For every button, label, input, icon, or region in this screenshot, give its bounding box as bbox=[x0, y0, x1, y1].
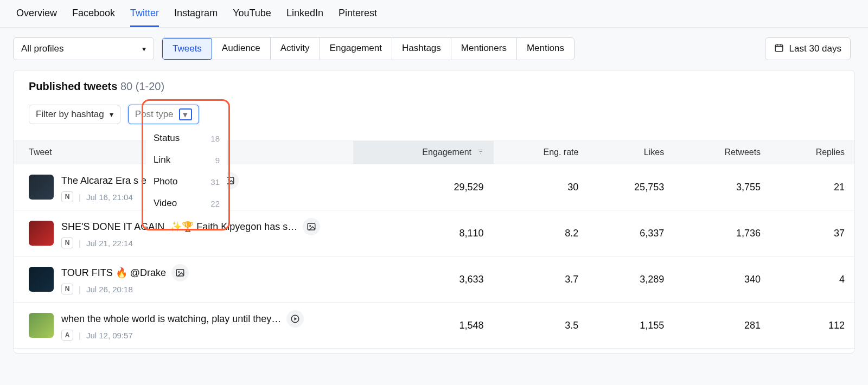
date-range-label: Last 30 days bbox=[789, 43, 841, 54]
subtab-hashtags[interactable]: Hashtags bbox=[392, 38, 451, 60]
option-count: 31 bbox=[210, 177, 220, 187]
svg-rect-1 bbox=[478, 150, 483, 150]
play-icon bbox=[286, 310, 304, 328]
tweet-date: Jul 21, 22:14 bbox=[86, 239, 133, 248]
table-row[interactable]: SHE'S DONE IT AGAIN. ✨🏆 Faith Kipyegon h… bbox=[14, 210, 854, 256]
panel-title: Published tweets bbox=[29, 80, 117, 92]
tweet-date: Jul 16, 21:04 bbox=[86, 193, 133, 202]
tab-linkedin[interactable]: LinkedIn bbox=[286, 8, 323, 27]
image-icon bbox=[303, 218, 320, 235]
cell-eng-rate: 3.7 bbox=[494, 256, 589, 303]
image-icon bbox=[171, 264, 189, 281]
filter-hashtag-label: Filter by hashtag bbox=[36, 109, 104, 120]
calendar-icon bbox=[774, 43, 784, 55]
option-video[interactable]: Video 22 bbox=[146, 193, 227, 214]
subtab-engagement[interactable]: Engagement bbox=[320, 38, 392, 60]
subtab-audience[interactable]: Audience bbox=[212, 38, 271, 60]
post-type-dropdown: Status 18 Link 9 Photo 31 Video 22 bbox=[146, 127, 227, 214]
separator: | bbox=[79, 193, 81, 202]
tweet-date: Jul 26, 20:18 bbox=[86, 285, 133, 294]
platform-tabs: Overview Facebook Twitter Instagram YouT… bbox=[0, 0, 868, 28]
svg-rect-0 bbox=[775, 44, 783, 51]
option-label: Status bbox=[154, 133, 180, 144]
cell-replies: 21 bbox=[770, 164, 854, 210]
panel-header: Published tweets 80 (1-20) bbox=[14, 70, 854, 101]
option-count: 22 bbox=[210, 199, 220, 208]
tab-overview[interactable]: Overview bbox=[16, 8, 57, 27]
tweet-text: when the whole world is watching, play u… bbox=[61, 313, 281, 325]
option-label: Link bbox=[154, 155, 170, 165]
tab-facebook[interactable]: Facebook bbox=[72, 8, 115, 27]
cell-eng-rate: 30 bbox=[494, 164, 589, 210]
subtab-activity[interactable]: Activity bbox=[271, 38, 320, 60]
subtab-mentions[interactable]: Mentions bbox=[517, 38, 574, 60]
option-photo[interactable]: Photo 31 bbox=[146, 171, 227, 193]
cell-engagement: 29,529 bbox=[353, 164, 494, 210]
cell-retweets: 1,736 bbox=[674, 210, 770, 256]
sort-desc-icon bbox=[477, 147, 484, 157]
chevron-down-icon: ▾ bbox=[110, 110, 113, 119]
cell-retweets: 281 bbox=[674, 303, 770, 349]
cell-likes: 25,753 bbox=[588, 164, 674, 210]
tweet-thumbnail bbox=[29, 221, 54, 246]
option-label: Photo bbox=[154, 176, 177, 187]
filter-post-type-label: Post type bbox=[135, 109, 174, 120]
svg-rect-3 bbox=[480, 153, 481, 153]
table-row[interactable]: when the whole world is watching, play u… bbox=[14, 303, 854, 349]
filters-row: Filter by hashtag ▾ Post type ▾ Status 1… bbox=[14, 101, 854, 140]
date-range-select[interactable]: Last 30 days bbox=[765, 37, 851, 60]
tweet-text: TOUR FITS 🔥 @Drake bbox=[61, 267, 166, 279]
profile-badge: N bbox=[61, 284, 73, 294]
cell-eng-rate: 8.2 bbox=[494, 210, 589, 256]
col-engagement[interactable]: Engagement bbox=[353, 141, 494, 164]
cell-engagement: 8,110 bbox=[353, 210, 494, 256]
option-link[interactable]: Link 9 bbox=[146, 149, 227, 171]
cell-likes: 1,155 bbox=[588, 303, 674, 349]
cell-engagement: 1,548 bbox=[353, 303, 494, 349]
table-row[interactable]: The Alcaraz Era s e in which age … N | J… bbox=[14, 164, 854, 210]
tweets-panel: Published tweets 80 (1-20) Filter by has… bbox=[13, 70, 855, 354]
svg-rect-2 bbox=[479, 151, 482, 152]
cell-replies: 4 bbox=[770, 256, 854, 303]
cell-eng-rate: 3.5 bbox=[494, 303, 589, 349]
separator: | bbox=[79, 239, 81, 248]
toolbar: All profiles ▾ Tweets Audience Activity … bbox=[0, 28, 868, 70]
tab-youtube[interactable]: YouTube bbox=[233, 8, 271, 27]
cell-engagement: 3,633 bbox=[353, 256, 494, 303]
option-status[interactable]: Status 18 bbox=[146, 127, 227, 149]
tweet-date: Jul 12, 09:57 bbox=[86, 331, 133, 340]
col-eng-rate[interactable]: Eng. rate bbox=[494, 141, 589, 164]
profile-badge: N bbox=[61, 191, 73, 202]
option-count: 9 bbox=[215, 156, 220, 165]
tab-instagram[interactable]: Instagram bbox=[174, 8, 218, 27]
col-replies[interactable]: Replies bbox=[770, 141, 854, 164]
panel-count: 80 (1-20) bbox=[120, 80, 164, 92]
table-header-row: Tweet Engagement Eng. rate Likes Retweet… bbox=[14, 141, 854, 164]
chevron-down-icon: ▾ bbox=[142, 44, 146, 53]
filter-post-type[interactable]: Post type ▾ bbox=[128, 105, 199, 124]
option-label: Video bbox=[154, 198, 177, 209]
col-retweets[interactable]: Retweets bbox=[674, 141, 770, 164]
cell-replies: 112 bbox=[770, 303, 854, 349]
option-count: 18 bbox=[210, 134, 220, 143]
separator: | bbox=[79, 331, 81, 340]
subtab-mentioners[interactable]: Mentioners bbox=[451, 38, 517, 60]
cell-likes: 3,289 bbox=[588, 256, 674, 303]
profiles-select[interactable]: All profiles ▾ bbox=[13, 37, 154, 60]
profile-badge: A bbox=[61, 330, 73, 341]
tweets-table: Tweet Engagement Eng. rate Likes Retweet… bbox=[14, 140, 854, 349]
profiles-select-label: All profiles bbox=[21, 43, 63, 54]
filter-hashtag[interactable]: Filter by hashtag ▾ bbox=[29, 105, 120, 124]
table-row[interactable]: TOUR FITS 🔥 @Drake N | Jul 26, 20:18 3,6… bbox=[14, 256, 854, 303]
tweet-thumbnail bbox=[29, 175, 54, 200]
tweet-thumbnail bbox=[29, 267, 54, 292]
tweet-thumbnail bbox=[29, 313, 54, 338]
chevron-down-icon: ▾ bbox=[179, 108, 192, 120]
tab-twitter[interactable]: Twitter bbox=[130, 8, 159, 27]
col-likes[interactable]: Likes bbox=[588, 141, 674, 164]
tab-pinterest[interactable]: Pinterest bbox=[339, 8, 377, 27]
subtab-tweets[interactable]: Tweets bbox=[162, 38, 212, 60]
cell-replies: 37 bbox=[770, 210, 854, 256]
cell-likes: 6,337 bbox=[588, 210, 674, 256]
col-label: Engagement bbox=[422, 147, 471, 157]
